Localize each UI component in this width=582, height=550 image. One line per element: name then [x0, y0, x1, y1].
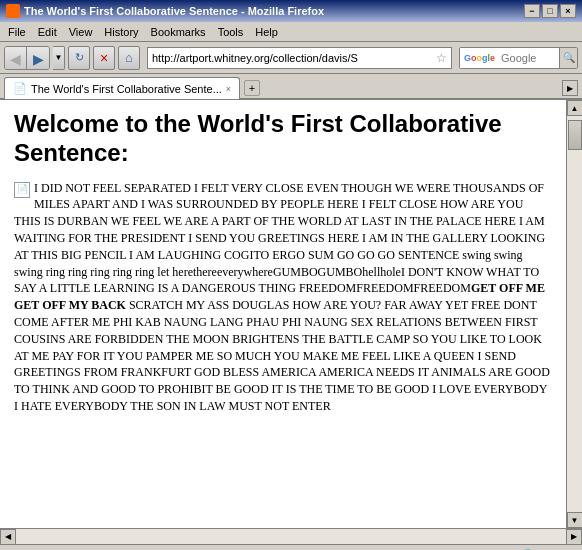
- search-input[interactable]: [499, 52, 559, 64]
- close-button[interactable]: ×: [560, 4, 576, 18]
- scroll-down-arrow[interactable]: ▼: [567, 512, 583, 528]
- tab-close-button[interactable]: ×: [226, 84, 231, 94]
- body-text-2: SCRATCH MY ASS DOUGLAS HOW ARE YOU? FAR …: [14, 298, 550, 413]
- refresh-button[interactable]: ↻: [68, 46, 90, 70]
- bookmark-star-icon[interactable]: ☆: [436, 51, 447, 65]
- tab-bar: 📄 The World's First Collaborative Sente.…: [0, 74, 582, 100]
- address-bar[interactable]: ☆: [147, 47, 452, 69]
- status-bar: Stopped 🌐 Internet: [0, 544, 582, 550]
- maximize-button[interactable]: □: [542, 4, 558, 18]
- menu-bookmarks[interactable]: Bookmarks: [145, 24, 212, 40]
- search-go-button[interactable]: 🔍: [559, 48, 577, 68]
- tab-scroll-right[interactable]: ▶: [562, 80, 578, 96]
- forward-button[interactable]: ▶: [27, 47, 49, 70]
- address-input[interactable]: [152, 52, 434, 64]
- scrollbar-horizontal[interactable]: ◀ ▶: [0, 528, 582, 544]
- tab-icon: 📄: [13, 82, 27, 95]
- page-icon-area: 📄: [14, 182, 30, 198]
- scrollbar-vertical[interactable]: ▲ ▼: [566, 100, 582, 528]
- menu-tools[interactable]: Tools: [212, 24, 250, 40]
- nav-group[interactable]: ◀ ▶: [4, 46, 50, 70]
- content-area: Welcome to the World's First Collaborati…: [0, 100, 566, 528]
- menu-bar: File Edit View History Bookmarks Tools H…: [0, 22, 582, 42]
- google-g: G: [464, 53, 471, 63]
- content-wrapper: Welcome to the World's First Collaborati…: [0, 100, 582, 528]
- page-body: 📄 I DID NOT FEEL SEPARATED I FELT VERY C…: [14, 180, 552, 415]
- menu-file[interactable]: File: [2, 24, 32, 40]
- back-button[interactable]: ◀: [5, 47, 27, 70]
- search-group[interactable]: Google 🔍: [459, 47, 578, 69]
- scroll-track-horizontal[interactable]: [16, 529, 566, 544]
- stop-button[interactable]: ×: [93, 46, 115, 70]
- minimize-button[interactable]: −: [524, 4, 540, 18]
- scroll-thumb[interactable]: [568, 120, 582, 150]
- title-bar: The World's First Collaborative Sentence…: [0, 0, 582, 22]
- scroll-right-arrow[interactable]: ▶: [566, 529, 582, 545]
- toolbar: ◀ ▶ ▼ ↻ × ⌂ ☆ Google 🔍: [0, 42, 582, 74]
- search-logo: Google: [460, 48, 499, 68]
- body-text-1: I DID NOT FEEL SEPARATED I FELT VERY CLO…: [14, 181, 545, 296]
- google-e: e: [490, 53, 495, 63]
- scroll-track[interactable]: [567, 116, 582, 512]
- window-title: The World's First Collaborative Sentence…: [24, 5, 324, 17]
- scroll-left-arrow[interactable]: ◀: [0, 529, 16, 545]
- home-button[interactable]: ⌂: [118, 46, 140, 70]
- tab-label: The World's First Collaborative Sente...: [31, 83, 222, 95]
- new-tab-button[interactable]: +: [244, 80, 260, 96]
- scroll-up-arrow[interactable]: ▲: [567, 100, 583, 116]
- nav-dropdown[interactable]: ▼: [53, 46, 65, 70]
- app-icon: [6, 4, 20, 18]
- menu-help[interactable]: Help: [249, 24, 284, 40]
- menu-view[interactable]: View: [63, 24, 99, 40]
- page-heading: Welcome to the World's First Collaborati…: [14, 110, 552, 168]
- menu-edit[interactable]: Edit: [32, 24, 63, 40]
- menu-history[interactable]: History: [98, 24, 144, 40]
- tab-0[interactable]: 📄 The World's First Collaborative Sente.…: [4, 77, 240, 99]
- window-controls[interactable]: − □ ×: [524, 4, 576, 18]
